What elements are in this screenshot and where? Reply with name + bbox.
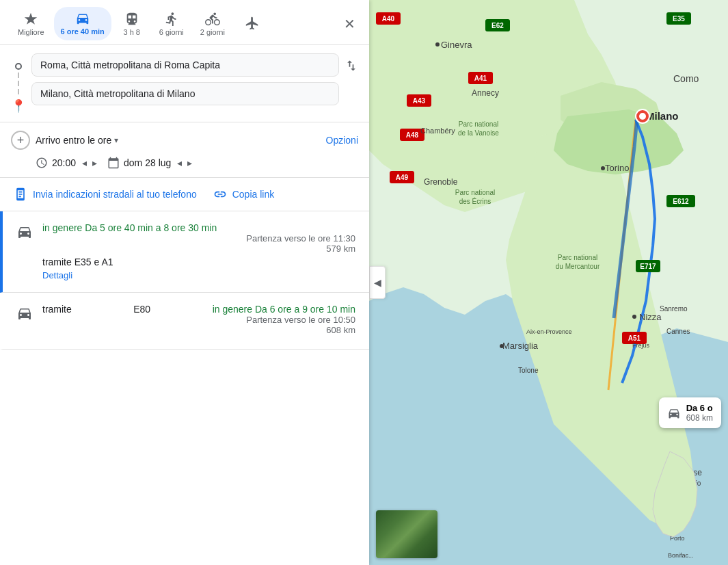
input-section: 📍	[0, 45, 369, 122]
route-meta-1: Partenza verso le ore 11:30 579 km	[42, 233, 355, 254]
collapse-map-button[interactable]: ◀	[369, 266, 386, 299]
date-picker[interactable]: dom 28 lug ◂ ▸	[107, 157, 194, 169]
svg-text:Bonifac...: Bonifac...	[668, 552, 694, 559]
svg-text:A41: A41	[474, 75, 487, 82]
inputs-column	[31, 53, 339, 105]
svg-text:Ginevra: Ginevra	[441, 40, 472, 50]
svg-text:Tolone: Tolone	[518, 367, 539, 374]
route-card-2[interactable]: tramite E80 in genere Da 6 ore a 9 ore 1…	[0, 293, 369, 350]
route-details-2: tramite E80 in genere Da 6 ore a 9 ore 1…	[42, 304, 355, 338]
svg-text:Marsiglia: Marsiglia	[502, 341, 539, 351]
svg-text:Chambéry: Chambéry	[420, 127, 455, 135]
time-next-arrow[interactable]: ▸	[90, 157, 99, 168]
route-car-icon-1	[16, 222, 33, 281]
routes-section: in genere Da 5 ore 40 min a 8 ore 30 min…	[0, 211, 369, 565]
svg-text:Aix-en-Provence: Aix-en-Provence	[526, 328, 572, 335]
copy-link-button[interactable]: Copia link	[213, 187, 274, 201]
route-line-2	[18, 81, 19, 86]
map-info-card[interactable]: Da 6 o 608 km	[659, 397, 721, 428]
route-meta-2: Partenza verso le ore 10:50 608 km	[42, 315, 355, 335]
svg-point-41	[500, 344, 504, 348]
transport-label-bike: 2 giorni	[200, 28, 225, 36]
route-via-1: tramite E35 e A1	[42, 257, 355, 267]
transport-label-walk: 6 giorni	[159, 28, 184, 36]
left-panel: Migliore 6 ore 40 min 3 h 8 6 giorni	[0, 0, 369, 565]
svg-point-37	[632, 315, 636, 319]
add-stop-button[interactable]: +	[11, 131, 30, 150]
svg-text:des Écrins: des Écrins	[459, 197, 491, 205]
date-value: dom 28 lug	[124, 157, 171, 168]
transport-bar: Migliore 6 ore 40 min 3 h 8 6 giorni	[0, 0, 369, 45]
time-picker[interactable]: 20:00 ◂ ▸	[36, 157, 99, 169]
route-dots: 📍	[11, 53, 26, 114]
date-next-arrow[interactable]: ▸	[185, 157, 194, 168]
swap-button[interactable]	[345, 53, 358, 73]
destination-input[interactable]	[31, 82, 339, 105]
share-section: Invia indicazioni stradali al tuo telefo…	[0, 178, 369, 211]
transport-label-car: 6 ore 40 min	[61, 27, 105, 36]
svg-text:Grenoble: Grenoble	[424, 177, 458, 187]
transport-mode-walk[interactable]: 6 giorni	[152, 8, 191, 40]
svg-text:E612: E612	[673, 198, 689, 205]
svg-text:de la Vanoise: de la Vanoise	[458, 129, 499, 137]
svg-text:Milano: Milano	[646, 110, 679, 122]
svg-text:Frejus: Frejus	[632, 342, 650, 349]
send-label: Invia indicazioni stradali al tuo telefo…	[33, 189, 197, 200]
svg-text:A40: A40	[382, 15, 395, 23]
options-link[interactable]: Opzioni	[326, 135, 358, 146]
route-card-1[interactable]: in genere Da 5 ore 40 min a 8 ore 30 min…	[0, 211, 369, 293]
transport-mode-car[interactable]: 6 ore 40 min	[54, 7, 111, 40]
svg-text:du Mercantour: du Mercantour	[556, 263, 600, 270]
time-value: 20:00	[52, 157, 76, 168]
svg-text:A43: A43	[413, 97, 426, 105]
svg-text:Torino: Torino	[605, 163, 629, 173]
svg-text:Nizza: Nizza	[639, 312, 662, 322]
svg-text:Sanremo: Sanremo	[660, 305, 688, 313]
route-via-prefix-2: tramite	[42, 304, 72, 315]
map-background[interactable]: A40 E62 A43 A48 A49 E35 E612 E717 A51 Gi…	[369, 0, 728, 565]
origin-dot	[15, 63, 22, 70]
svg-point-29	[601, 166, 605, 170]
route-via-road-2: E80	[133, 304, 150, 315]
route-car-icon-2	[16, 304, 33, 338]
route-duration-1: in genere Da 5 ore 40 min a 8 ore 30 min	[42, 222, 217, 233]
map-card-distance: 608 km	[686, 413, 713, 423]
arrive-dropdown-arrow: ▾	[114, 135, 118, 145]
transport-label-transit: 3 h 8	[123, 28, 139, 36]
transport-mode-flight[interactable]	[234, 12, 270, 36]
transport-mode-bike[interactable]: 2 giorni	[193, 8, 232, 40]
route-line-3	[18, 89, 19, 94]
svg-text:E35: E35	[673, 15, 685, 23]
time-prev-arrow[interactable]: ◂	[80, 157, 89, 168]
route-details-link-1[interactable]: Dettagli	[42, 270, 72, 280]
arrive-select[interactable]: Arrivo entro le ore ▾	[36, 135, 118, 146]
svg-text:E717: E717	[640, 263, 656, 270]
destination-pin: 📍	[11, 98, 26, 114]
svg-text:Parc national: Parc national	[455, 189, 495, 196]
transport-mode-transit[interactable]: 3 h 8	[114, 8, 150, 40]
svg-text:Parc national: Parc national	[558, 254, 597, 261]
svg-text:Como: Como	[673, 73, 699, 84]
transport-mode-best[interactable]: Migliore	[11, 8, 51, 40]
svg-point-20	[435, 42, 440, 47]
time-row-top: + Arrivo entro le ore ▾ Opzioni	[11, 131, 358, 150]
satellite-image	[376, 510, 437, 558]
satellite-thumbnail[interactable]	[376, 510, 437, 558]
route-duration-2: in genere Da 6 ore a 9 ore 10 min	[213, 304, 355, 315]
svg-text:A48: A48	[406, 131, 419, 139]
date-prev-arrow[interactable]: ◂	[175, 157, 184, 168]
route-line	[18, 73, 19, 78]
time-section: + Arrivo entro le ore ▾ Opzioni 20:00 ◂ …	[0, 122, 369, 178]
svg-text:Cannes: Cannes	[666, 328, 690, 335]
date-nav-arrows: ◂ ▸	[175, 157, 194, 168]
send-to-phone-button[interactable]: Invia indicazioni stradali al tuo telefo…	[14, 187, 197, 201]
transport-label-best: Migliore	[18, 28, 44, 36]
svg-text:Parc national: Parc national	[459, 120, 498, 128]
map-card-label: Da 6 o	[686, 403, 713, 413]
svg-text:A49: A49	[396, 174, 409, 181]
origin-input[interactable]	[31, 53, 339, 77]
svg-point-27	[639, 113, 646, 120]
arrive-label: Arrivo entro le ore	[36, 135, 111, 146]
route-details-1: in genere Da 5 ore 40 min a 8 ore 30 min…	[42, 222, 355, 281]
close-button[interactable]: ✕	[341, 13, 358, 35]
